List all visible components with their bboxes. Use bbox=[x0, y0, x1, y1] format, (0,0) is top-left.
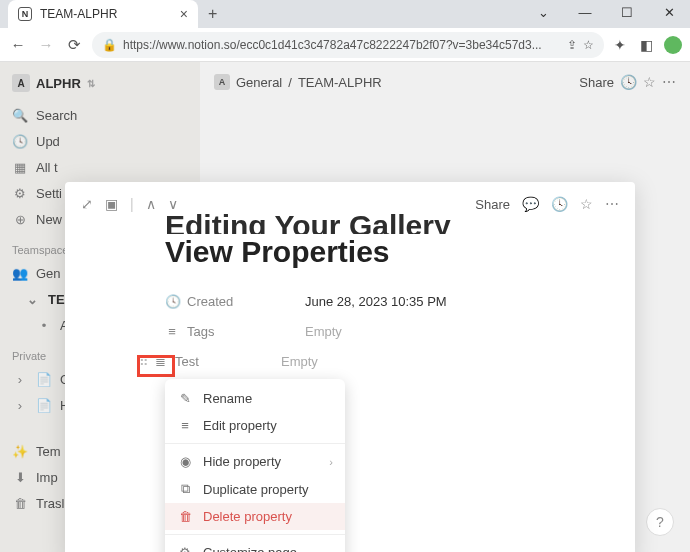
sidebar-updates[interactable]: 🕓Upd bbox=[0, 128, 200, 154]
property-test-value: Empty bbox=[281, 354, 318, 369]
duplicate-icon: ⧉ bbox=[177, 481, 193, 497]
menu-separator bbox=[165, 443, 345, 444]
page-icon: 📄 bbox=[36, 372, 52, 387]
extensions-puzzle-icon[interactable]: ✦ bbox=[612, 37, 628, 53]
menu-delete-property[interactable]: 🗑Delete property bbox=[165, 503, 345, 530]
extension-icons: ✦ ◧ bbox=[612, 36, 682, 54]
modal-star-icon[interactable]: ☆ bbox=[580, 196, 593, 212]
page-title[interactable]: Editing Your Gallery View Properties bbox=[65, 208, 635, 286]
search-icon: 🔍 bbox=[12, 108, 28, 123]
workspace-avatar: A bbox=[12, 74, 30, 92]
window-controls: ⌄ — ☐ ✕ bbox=[522, 0, 690, 24]
favorite-star-icon[interactable]: ☆ bbox=[643, 74, 656, 90]
peek-mode-icon[interactable]: ▣ bbox=[105, 196, 118, 212]
menu-customize-page[interactable]: ⚙Customize page bbox=[165, 539, 345, 552]
tab-title: TEAM-ALPHR bbox=[40, 7, 172, 21]
templates-icon: ✨ bbox=[12, 444, 28, 459]
menu-duplicate-property[interactable]: ⧉Duplicate property bbox=[165, 475, 345, 503]
share-button[interactable]: Share bbox=[579, 75, 614, 90]
address-bar: ← → ⟳ 🔒 https://www.notion.so/ecc0c1d41c… bbox=[0, 28, 690, 62]
notion-favicon: N bbox=[18, 7, 32, 21]
back-button[interactable]: ← bbox=[8, 36, 28, 53]
breadcrumb-parent[interactable]: General bbox=[236, 75, 282, 90]
bookmark-star-icon[interactable]: ☆ bbox=[583, 38, 594, 52]
chevron-updown-icon: ⇅ bbox=[87, 78, 95, 89]
browser-tab[interactable]: N TEAM-ALPHR × bbox=[8, 0, 198, 28]
browser-tab-strip: N TEAM-ALPHR × + ⌄ — ☐ ✕ bbox=[0, 0, 690, 28]
new-tab-button[interactable]: + bbox=[208, 5, 217, 23]
clock-icon: 🕓 bbox=[12, 134, 28, 149]
sliders-icon: ≡ bbox=[177, 418, 193, 433]
eye-icon: ◉ bbox=[177, 454, 193, 469]
workspace-switcher[interactable]: A ALPHR ⇅ bbox=[0, 70, 200, 102]
sidebar-search[interactable]: 🔍Search bbox=[0, 102, 200, 128]
url-text: https://www.notion.so/ecc0c1d41c3c4782a4… bbox=[123, 38, 561, 52]
breadcrumb: A General / TEAM-ALPHR Share 🕓 ☆ ⋯ bbox=[200, 62, 690, 102]
rename-icon: ✎ bbox=[177, 391, 193, 406]
maximize-button[interactable]: ☐ bbox=[606, 0, 648, 24]
grid-icon: ▦ bbox=[12, 160, 28, 175]
menu-edit-property[interactable]: ≡Edit property bbox=[165, 412, 345, 439]
help-button[interactable]: ? bbox=[646, 508, 674, 536]
prev-page-icon[interactable]: ∧ bbox=[146, 196, 156, 212]
chevron-right-icon: › bbox=[329, 456, 333, 468]
property-test[interactable]: ⠿ ≣Test Empty bbox=[65, 346, 635, 376]
extension-green-icon[interactable] bbox=[664, 36, 682, 54]
plus-circle-icon: ⊕ bbox=[12, 212, 28, 227]
import-icon: ⬇ bbox=[12, 470, 28, 485]
text-icon: ≣ bbox=[153, 354, 167, 369]
bullet-icon: • bbox=[36, 318, 52, 333]
reload-button[interactable]: ⟳ bbox=[64, 36, 84, 54]
trash-icon: 🗑 bbox=[12, 496, 28, 511]
notion-app: A ALPHR ⇅ 🔍Search 🕓Upd ▦All t ⚙Setti ⊕Ne… bbox=[0, 62, 690, 552]
share-url-icon[interactable]: ⇪ bbox=[567, 38, 577, 52]
property-created[interactable]: 🕓Created June 28, 2023 10:35 PM bbox=[65, 286, 635, 316]
more-dots-icon[interactable]: ⋯ bbox=[662, 74, 676, 90]
breadcrumb-icon: A bbox=[214, 74, 230, 90]
gear-icon: ⚙ bbox=[12, 186, 28, 201]
trash-icon: 🗑 bbox=[177, 509, 193, 524]
property-context-menu: ✎Rename ≡Edit property ◉Hide property› ⧉… bbox=[165, 379, 345, 552]
chevron-down-icon: ⌄ bbox=[24, 292, 40, 307]
history-clock-icon[interactable]: 🕓 bbox=[551, 196, 568, 212]
page-icon: 📄 bbox=[36, 398, 52, 413]
page-peek-modal: ⤢ ▣ | ∧ ∨ Share 💬 🕓 ☆ ⋯ Editing Your Gal… bbox=[65, 182, 635, 552]
menu-separator bbox=[165, 534, 345, 535]
forward-button: → bbox=[36, 36, 56, 53]
lock-icon: 🔒 bbox=[102, 38, 117, 52]
url-field[interactable]: 🔒 https://www.notion.so/ecc0c1d41c3c4782… bbox=[92, 32, 604, 58]
modal-more-icon[interactable]: ⋯ bbox=[605, 196, 619, 212]
breadcrumb-sep: / bbox=[288, 75, 292, 90]
breadcrumb-current[interactable]: TEAM-ALPHR bbox=[298, 75, 382, 90]
menu-hide-property[interactable]: ◉Hide property› bbox=[165, 448, 345, 475]
chevron-right-icon: › bbox=[12, 372, 28, 387]
drag-handle-icon[interactable]: ⠿ bbox=[139, 354, 151, 369]
caret-down-icon[interactable]: ⌄ bbox=[522, 0, 564, 24]
extension-box-icon[interactable]: ◧ bbox=[638, 37, 654, 53]
customize-icon: ⚙ bbox=[177, 545, 193, 552]
sidebar-all-teamspaces[interactable]: ▦All t bbox=[0, 154, 200, 180]
minimize-button[interactable]: — bbox=[564, 0, 606, 24]
menu-rename[interactable]: ✎Rename bbox=[165, 385, 345, 412]
close-tab-icon[interactable]: × bbox=[180, 6, 188, 22]
property-tags-value: Empty bbox=[305, 324, 342, 339]
property-created-value: June 28, 2023 10:35 PM bbox=[305, 294, 447, 309]
expand-icon[interactable]: ⤢ bbox=[81, 196, 93, 212]
list-icon: ≡ bbox=[165, 324, 179, 339]
clock-icon: 🕓 bbox=[165, 294, 179, 309]
property-tags[interactable]: ≡Tags Empty bbox=[65, 316, 635, 346]
updates-clock-icon[interactable]: 🕓 bbox=[620, 74, 637, 90]
workspace-name: ALPHR bbox=[36, 76, 81, 91]
people-icon: 👥 bbox=[12, 266, 28, 281]
chevron-right-icon: › bbox=[12, 398, 28, 413]
close-window-button[interactable]: ✕ bbox=[648, 0, 690, 24]
